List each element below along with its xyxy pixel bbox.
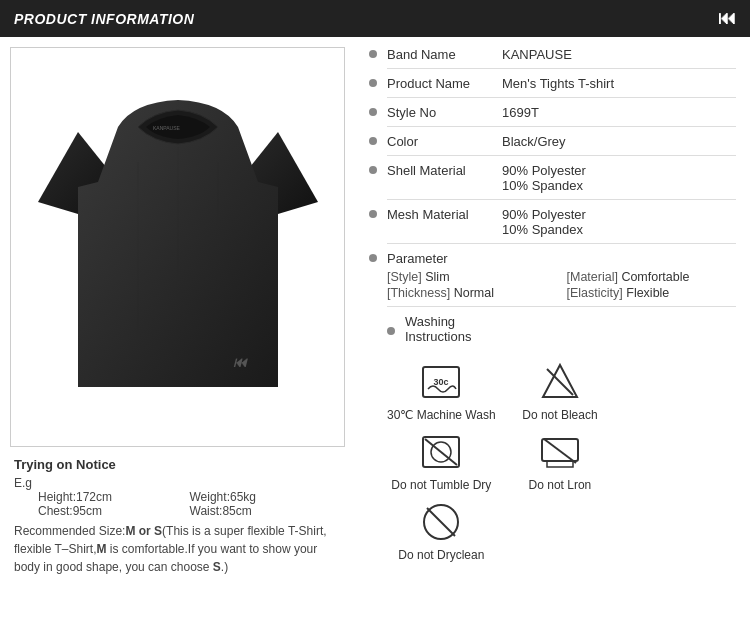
- wash-machine-icon: 30c: [419, 360, 463, 404]
- wash-no-iron-icon: [538, 430, 582, 474]
- wash-no-iron-item: Do not Lron: [506, 430, 615, 492]
- washing-label: Washing Instructions: [405, 314, 520, 344]
- shell-material-value-1: 90% Polyester: [502, 163, 736, 178]
- style-no-value: 1699T: [502, 105, 736, 120]
- wash-no-dryclean-icon: [419, 500, 463, 544]
- color-value: Black/Grey: [502, 134, 736, 149]
- wash-machine-label: 30℃ Machine Wash: [387, 408, 496, 422]
- param-grid: [Style] Slim [Material] Comfortable [Thi…: [387, 270, 736, 300]
- shell-material-value-2: 10% Spandex: [502, 178, 736, 193]
- param-elasticity: [Elasticity] Flexible: [567, 286, 737, 300]
- product-image: ⏮ KANPAUSE: [11, 48, 344, 446]
- notice-eg: E.g Height:172cm Weight:65kg Chest:95cm …: [14, 476, 341, 518]
- param-material: [Material] Comfortable: [567, 270, 737, 284]
- wash-machine-item: 30c 30℃ Machine Wash: [387, 360, 496, 422]
- wash-no-tumble-icon: [419, 430, 463, 474]
- wash-no-tumble-item: Do not Tumble Dry: [387, 430, 496, 492]
- param-thickness: [Thickness] Normal: [387, 286, 557, 300]
- waist-label: Waist:85cm: [190, 504, 342, 518]
- wash-no-bleach-label: Do not Bleach: [522, 408, 597, 422]
- header-title: PRODUCT INFORMATION: [14, 11, 194, 27]
- bullet-band: [369, 50, 377, 58]
- recommended-sizes: M or S: [125, 524, 162, 538]
- param-style-val: Slim: [425, 270, 449, 284]
- wash-no-tumble-label: Do not Tumble Dry: [391, 478, 491, 492]
- mesh-material-row: Mesh Material 90% Polyester 10% Spandex: [369, 207, 736, 237]
- wash-no-bleach-icon: [538, 360, 582, 404]
- product-name-value: Men's Tights T-shirt: [502, 76, 736, 91]
- mesh-material-label: Mesh Material: [387, 207, 502, 222]
- eg-grid: Height:172cm Weight:65kg Chest:95cm Wais…: [38, 490, 341, 518]
- mesh-material-value-2: 10% Spandex: [502, 222, 736, 237]
- wash-no-dryclean-item: Do not Dryclean: [387, 500, 496, 562]
- parameter-label: Parameter: [387, 251, 502, 266]
- mesh-material-value: 90% Polyester 10% Spandex: [502, 207, 736, 237]
- param-elasticity-key: [Elasticity]: [567, 286, 623, 300]
- parameter-block: Parameter [Style] Slim [Material] Comfor…: [387, 251, 736, 300]
- shell-material-label: Shell Material: [387, 163, 502, 178]
- height-label: Height:172cm: [38, 490, 190, 504]
- product-name-row: Product Name Men's Tights T-shirt: [369, 76, 736, 91]
- bullet-color: [369, 137, 377, 145]
- washing-row: Washing Instructions 30c 30℃ Machine Was…: [369, 314, 736, 562]
- recommended-desc: (This is a super flexible T-Shirt,: [162, 524, 327, 538]
- svg-line-15: [427, 508, 455, 536]
- chest-label: Chest:95cm: [38, 504, 190, 518]
- product-image-box: ⏮ KANPAUSE: [10, 47, 345, 447]
- param-style: [Style] Slim: [387, 270, 557, 284]
- washing-header: Washing Instructions: [387, 314, 520, 344]
- color-row: Color Black/Grey: [369, 134, 736, 149]
- left-panel: ⏮ KANPAUSE Trying on Notice E.g Height:1…: [0, 37, 355, 629]
- param-thickness-key: [Thickness]: [387, 286, 450, 300]
- page-header: PRODUCT INFORMATION ⏮: [0, 0, 750, 37]
- header-nav-icon[interactable]: ⏮: [718, 8, 737, 29]
- svg-text:30c: 30c: [434, 377, 449, 387]
- bullet-product: [369, 79, 377, 87]
- tshirt-svg: ⏮ KANPAUSE: [38, 72, 318, 422]
- main-content: ⏮ KANPAUSE Trying on Notice E.g Height:1…: [0, 37, 750, 629]
- band-name-row: Band Name KANPAUSE: [369, 47, 736, 62]
- shell-material-row: Shell Material 90% Polyester 10% Spandex: [369, 163, 736, 193]
- color-label: Color: [387, 134, 502, 149]
- band-name-value: KANPAUSE: [502, 47, 736, 62]
- bullet-washing: [387, 327, 395, 335]
- wash-no-iron-label: Do not Lron: [529, 478, 592, 492]
- shell-material-value: 90% Polyester 10% Spandex: [502, 163, 736, 193]
- parameter-row: Parameter [Style] Slim [Material] Comfor…: [369, 251, 736, 300]
- notice-recommended: Recommended Size:M or S(This is a super …: [14, 522, 341, 576]
- svg-line-13: [544, 439, 576, 463]
- washing-icons-grid: 30c 30℃ Machine Wash Do not Bleach: [387, 360, 614, 562]
- svg-text:⏮: ⏮: [233, 354, 248, 370]
- weight-label: Weight:65kg: [190, 490, 342, 504]
- param-material-key: [Material]: [567, 270, 618, 284]
- svg-line-11: [425, 439, 457, 465]
- param-thickness-val: Normal: [454, 286, 494, 300]
- style-no-row: Style No 1699T: [369, 105, 736, 120]
- eg-label: E.g: [14, 476, 32, 490]
- param-material-val: Comfortable: [621, 270, 689, 284]
- wash-no-bleach-item: Do not Bleach: [506, 360, 615, 422]
- bullet-shell: [369, 166, 377, 174]
- svg-text:KANPAUSE: KANPAUSE: [153, 125, 181, 131]
- recommended-text: Recommended Size:: [14, 524, 125, 538]
- param-elasticity-val: Flexible: [626, 286, 669, 300]
- style-no-label: Style No: [387, 105, 502, 120]
- band-name-label: Band Name: [387, 47, 502, 62]
- notice-title: Trying on Notice: [14, 457, 341, 472]
- right-panel: Band Name KANPAUSE Product Name Men's Ti…: [355, 37, 750, 629]
- param-style-key: [Style]: [387, 270, 422, 284]
- wash-no-dryclean-label: Do not Dryclean: [398, 548, 484, 562]
- bullet-param: [369, 254, 377, 262]
- bullet-style: [369, 108, 377, 116]
- product-name-label: Product Name: [387, 76, 502, 91]
- mesh-material-value-1: 90% Polyester: [502, 207, 736, 222]
- bullet-mesh: [369, 210, 377, 218]
- notice-section: Trying on Notice E.g Height:172cm Weight…: [10, 457, 345, 576]
